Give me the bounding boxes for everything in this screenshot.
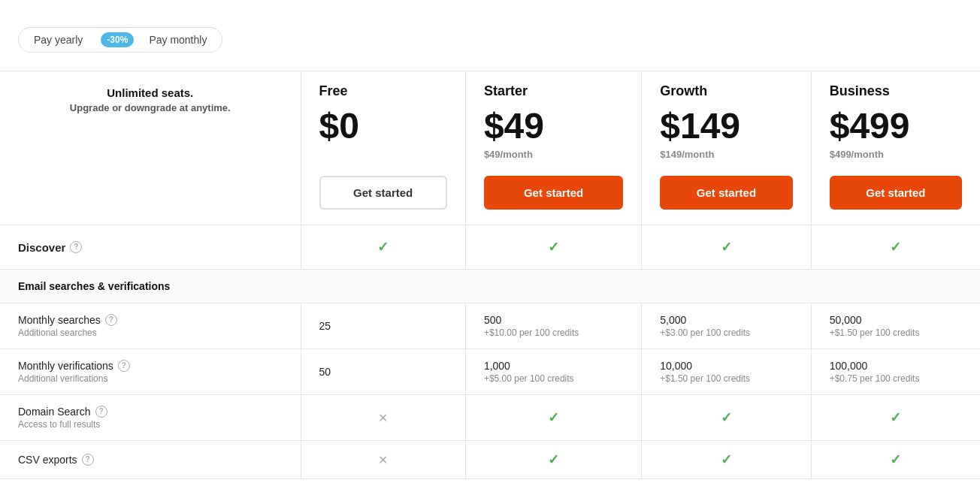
domain-search-business-check: ✓	[890, 410, 901, 425]
discover-business-cell: ✓	[811, 225, 980, 270]
csv-exports-business-check: ✓	[890, 452, 901, 467]
email-section-row: Email searches & verifications	[0, 270, 980, 303]
csv-exports-label-cell: CSV exports ?	[0, 441, 301, 479]
monthly-verifications-label-cell: Monthly verifications ? Additional verif…	[0, 349, 301, 395]
email-section-label: Email searches & verifications	[0, 270, 980, 303]
csv-exports-business-cell: ✓	[811, 441, 980, 479]
domain-search-row: Domain Search ? Access to full results ✕…	[0, 395, 980, 441]
csv-exports-free-cross: ✕	[378, 454, 388, 466]
plan-growth-header: Growth $149 $149/month Get started	[642, 71, 811, 225]
monthly-searches-free-value: 25	[319, 320, 447, 332]
monthly-verifications-free-cell: 50	[301, 349, 465, 395]
domain-search-growth-cell: ✓	[642, 395, 811, 441]
discover-label: Discover ?	[18, 241, 283, 254]
monthly-searches-row: Monthly searches ? Additional searches 2…	[0, 303, 980, 349]
plan-free-price: $0	[319, 108, 447, 144]
discover-starter-check: ✓	[548, 240, 559, 255]
plan-free-price-sub	[319, 149, 447, 164]
monthly-searches-growth-value: 5,000	[660, 314, 792, 326]
plan-starter-name: Starter	[484, 83, 623, 99]
monthly-verifications-starter-cell: 1,000 +$5.00 per 100 credits	[465, 349, 641, 395]
monthly-searches-free-cell: 25	[301, 303, 465, 349]
plan-starter-cta[interactable]: Get started	[484, 176, 623, 210]
plan-growth-name: Growth	[660, 83, 792, 99]
domain-search-business-cell: ✓	[811, 395, 980, 441]
plan-free-name: Free	[319, 83, 447, 99]
discover-growth-check: ✓	[721, 240, 732, 255]
plan-business-price-sub: $499/month	[830, 149, 962, 164]
plan-business-header: Business $499 $499/month Get started	[811, 71, 980, 225]
monthly-verifications-label: Monthly verifications ?	[18, 360, 283, 372]
monthly-searches-business-extra: +$1.50 per 100 credits	[830, 327, 962, 338]
domain-search-sublabel: Access to full results	[18, 419, 283, 430]
discover-growth-cell: ✓	[642, 225, 811, 270]
monthly-verifications-free-value: 50	[319, 366, 447, 378]
monthly-searches-label-cell: Monthly searches ? Additional searches	[0, 303, 301, 349]
domain-search-growth-check: ✓	[721, 410, 732, 425]
plan-business-name: Business	[830, 83, 962, 99]
plan-starter-price-sub: $49/month	[484, 149, 623, 164]
monthly-verifications-growth-extra: +$1.50 per 100 credits	[660, 373, 792, 384]
billing-toggle-container: Pay yearly -30% Pay monthly	[0, 15, 980, 71]
monthly-verifications-business-value: 100,000	[830, 360, 962, 372]
domain-search-help-icon[interactable]: ?	[95, 406, 107, 418]
csv-exports-starter-check: ✓	[548, 452, 559, 467]
monthly-searches-starter-cell: 500 +$10.00 per 100 credits	[465, 303, 641, 349]
plan-free-cta[interactable]: Get started	[319, 176, 447, 210]
monthly-searches-label: Monthly searches ?	[18, 314, 283, 326]
domain-search-label-cell: Domain Search ? Access to full results	[0, 395, 301, 441]
unlimited-title: Unlimited seats.	[18, 86, 283, 99]
csv-exports-free-cell: ✕	[301, 441, 465, 479]
plan-growth-price-sub: $149/month	[660, 149, 792, 164]
pay-yearly-button[interactable]: Pay yearly	[19, 28, 98, 52]
domain-search-free-cell: ✕	[301, 395, 465, 441]
monthly-verifications-sublabel: Additional verifications	[18, 373, 283, 384]
billing-toggle-pill[interactable]: Pay yearly -30% Pay monthly	[18, 27, 222, 53]
monthly-searches-sublabel: Additional searches	[18, 327, 283, 338]
discount-badge: -30%	[101, 32, 134, 47]
pay-monthly-button[interactable]: Pay monthly	[134, 28, 222, 52]
csv-exports-starter-cell: ✓	[465, 441, 641, 479]
pricing-table: Unlimited seats. Upgrade or downgrade at…	[0, 71, 980, 479]
monthly-searches-starter-extra: +$10.00 per 100 credits	[484, 327, 623, 338]
discover-free-check: ✓	[377, 240, 389, 255]
domain-search-starter-cell: ✓	[465, 395, 641, 441]
discover-starter-cell: ✓	[465, 225, 641, 270]
plan-header-row: Unlimited seats. Upgrade or downgrade at…	[0, 71, 980, 225]
domain-search-label: Domain Search ?	[18, 406, 283, 418]
domain-search-free-cross: ✕	[378, 412, 388, 424]
plan-starter-header: Starter $49 $49/month Get started	[465, 71, 641, 225]
plan-free-header: Free $0 Get started	[301, 71, 465, 225]
monthly-searches-growth-cell: 5,000 +$3.00 per 100 credits	[642, 303, 811, 349]
monthly-verifications-business-extra: +$0.75 per 100 credits	[830, 373, 962, 384]
monthly-verifications-growth-value: 10,000	[660, 360, 792, 372]
monthly-searches-growth-extra: +$3.00 per 100 credits	[660, 327, 792, 338]
monthly-verifications-starter-value: 1,000	[484, 360, 623, 372]
discover-help-icon[interactable]: ?	[70, 241, 82, 253]
monthly-verifications-business-cell: 100,000 +$0.75 per 100 credits	[811, 349, 980, 395]
monthly-verifications-starter-extra: +$5.00 per 100 credits	[484, 373, 623, 384]
features-col-header: Unlimited seats. Upgrade or downgrade at…	[0, 71, 301, 225]
pricing-page: Pay yearly -30% Pay monthly Unlimited se…	[0, 0, 980, 498]
monthly-searches-help-icon[interactable]: ?	[105, 314, 117, 326]
discover-business-check: ✓	[890, 240, 901, 255]
monthly-verifications-row: Monthly verifications ? Additional verif…	[0, 349, 980, 395]
plan-growth-cta[interactable]: Get started	[660, 176, 792, 210]
discover-label-cell: Discover ?	[0, 225, 301, 270]
csv-exports-label: CSV exports ?	[18, 454, 283, 466]
plan-starter-price: $49	[484, 108, 623, 144]
monthly-searches-business-cell: 50,000 +$1.50 per 100 credits	[811, 303, 980, 349]
plan-business-cta[interactable]: Get started	[830, 176, 962, 210]
upgrade-text: Upgrade or downgrade at anytime.	[18, 102, 283, 113]
csv-exports-row: CSV exports ? ✕ ✓ ✓ ✓	[0, 441, 980, 479]
monthly-verifications-help-icon[interactable]: ?	[118, 360, 130, 372]
monthly-searches-starter-value: 500	[484, 314, 623, 326]
monthly-searches-business-value: 50,000	[830, 314, 962, 326]
monthly-verifications-growth-cell: 10,000 +$1.50 per 100 credits	[642, 349, 811, 395]
discover-row: Discover ? ✓ ✓ ✓ ✓	[0, 225, 980, 270]
csv-exports-growth-check: ✓	[721, 452, 732, 467]
discover-free-cell: ✓	[301, 225, 465, 270]
csv-exports-help-icon[interactable]: ?	[82, 454, 94, 466]
csv-exports-growth-cell: ✓	[642, 441, 811, 479]
plan-business-price: $499	[830, 108, 962, 144]
